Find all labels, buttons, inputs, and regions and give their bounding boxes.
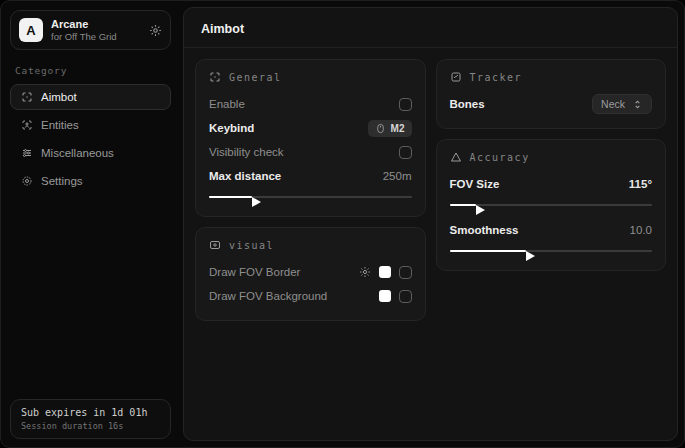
sidebar-item-entities[interactable]: Entities bbox=[10, 112, 171, 138]
max-distance-row: Max distance 250m bbox=[209, 165, 412, 187]
person-scan-icon bbox=[20, 119, 33, 131]
enable-label: Enable bbox=[209, 98, 245, 110]
fov-background-color-swatch[interactable] bbox=[379, 290, 391, 302]
slider-thumb[interactable] bbox=[252, 197, 261, 207]
left-column: General Enable Keybind bbox=[195, 59, 426, 321]
panel-title: General bbox=[229, 72, 282, 83]
draw-fov-background-row: Draw FOV Background bbox=[209, 285, 412, 307]
crosshair-icon bbox=[209, 71, 221, 83]
settings-gear-icon bbox=[20, 175, 33, 187]
draw-fov-border-controls bbox=[359, 266, 412, 279]
tracker-panel-header: Tracker bbox=[450, 71, 653, 83]
sidebar-nav: Aimbot Entities Miscella bbox=[10, 84, 171, 194]
category-label: Category bbox=[15, 65, 171, 76]
sidebar-item-label: Aimbot bbox=[41, 91, 77, 103]
sidebar-item-label: Settings bbox=[41, 175, 83, 187]
mouse-icon bbox=[375, 123, 386, 134]
draw-fov-border-checkbox[interactable] bbox=[399, 266, 412, 279]
bones-label: Bones bbox=[450, 98, 485, 110]
sidebar-item-aimbot[interactable]: Aimbot bbox=[10, 84, 171, 110]
logo-card: A Arcane for Off The Grid bbox=[10, 10, 171, 50]
draw-fov-background-label: Draw FOV Background bbox=[209, 290, 327, 302]
main-header: Aimbot bbox=[184, 8, 677, 48]
slider-fill bbox=[209, 196, 252, 198]
max-distance-slider[interactable] bbox=[209, 191, 412, 203]
general-panel-header: General bbox=[209, 71, 412, 83]
bones-row: Bones Neck bbox=[450, 93, 653, 115]
slider-thumb[interactable] bbox=[526, 251, 535, 261]
smoothness-row: Smoothness 10.0 bbox=[450, 219, 653, 241]
bones-selected-value: Neck bbox=[601, 98, 625, 110]
bone-icon bbox=[450, 71, 462, 83]
enable-checkbox[interactable] bbox=[399, 98, 412, 111]
keybind-button[interactable]: M2 bbox=[368, 120, 412, 137]
main-content: General Enable Keybind bbox=[184, 48, 677, 332]
bones-select[interactable]: Neck bbox=[592, 94, 652, 114]
sidebar-item-label: Miscellaneous bbox=[41, 147, 114, 159]
slider-fill bbox=[450, 204, 476, 206]
panel-title: Tracker bbox=[470, 72, 523, 83]
accuracy-panel: Accuracy FOV Size 115° Smoothness bbox=[436, 139, 667, 271]
eye-icon bbox=[209, 239, 221, 251]
gear-icon[interactable] bbox=[359, 266, 371, 278]
app-window: A Arcane for Off The Grid Category bbox=[0, 0, 685, 448]
max-distance-value: 250m bbox=[383, 170, 412, 182]
visibility-check-checkbox[interactable] bbox=[399, 146, 412, 159]
slider-thumb[interactable] bbox=[476, 205, 485, 215]
main-panel: Aimbot General En bbox=[183, 7, 678, 441]
gear-icon[interactable] bbox=[149, 24, 162, 37]
right-column: Tracker Bones Neck bbox=[436, 59, 667, 271]
app-logo: A bbox=[19, 18, 43, 42]
fov-size-label: FOV Size bbox=[450, 178, 500, 190]
draw-fov-border-label: Draw FOV Border bbox=[209, 266, 300, 278]
crosshair-icon bbox=[20, 91, 33, 103]
sidebar: A Arcane for Off The Grid Category bbox=[1, 1, 179, 447]
visual-panel-header: visual bbox=[209, 239, 412, 251]
logo-text: Arcane for Off The Grid bbox=[51, 18, 141, 42]
general-panel: General Enable Keybind bbox=[195, 59, 426, 217]
sliders-icon bbox=[20, 147, 33, 159]
sidebar-item-label: Entities bbox=[41, 119, 79, 131]
smoothness-label: Smoothness bbox=[450, 224, 519, 236]
app-subtitle: for Off The Grid bbox=[51, 31, 141, 42]
draw-fov-background-checkbox[interactable] bbox=[399, 290, 412, 303]
fov-size-value: 115° bbox=[629, 178, 652, 190]
subscription-card: Sub expires in 1d 01h Session duration 1… bbox=[10, 399, 171, 439]
visual-panel: visual Draw FOV Border bbox=[195, 227, 426, 321]
draw-fov-border-row: Draw FOV Border bbox=[209, 261, 412, 283]
enable-row: Enable bbox=[209, 93, 412, 115]
max-distance-label: Max distance bbox=[209, 170, 281, 182]
draw-fov-background-controls bbox=[379, 290, 412, 303]
fov-size-slider[interactable] bbox=[450, 199, 653, 211]
sub-expiry-text: Sub expires in 1d 01h bbox=[21, 407, 160, 418]
app-title: Arcane bbox=[51, 18, 141, 30]
smoothness-value: 10.0 bbox=[630, 224, 652, 236]
slider-fill bbox=[450, 250, 527, 252]
panel-title: Accuracy bbox=[470, 152, 530, 163]
panel-title: visual bbox=[229, 240, 274, 251]
visibility-check-label: Visibility check bbox=[209, 146, 284, 158]
chevron-up-down-icon bbox=[632, 99, 643, 110]
keybind-row: Keybind M2 bbox=[209, 117, 412, 139]
accuracy-panel-header: Accuracy bbox=[450, 151, 653, 163]
keybind-label: Keybind bbox=[209, 122, 254, 134]
visibility-check-row: Visibility check bbox=[209, 141, 412, 163]
sidebar-item-miscellaneous[interactable]: Miscellaneous bbox=[10, 140, 171, 166]
fov-size-row: FOV Size 115° bbox=[450, 173, 653, 195]
fov-border-color-swatch[interactable] bbox=[379, 266, 391, 278]
angle-icon bbox=[450, 151, 462, 163]
page-title: Aimbot bbox=[201, 22, 244, 36]
tracker-panel: Tracker Bones Neck bbox=[436, 59, 667, 129]
sidebar-item-settings[interactable]: Settings bbox=[10, 168, 171, 194]
session-duration-text: Session duration 16s bbox=[21, 421, 160, 431]
keybind-value: M2 bbox=[391, 123, 405, 134]
smoothness-slider[interactable] bbox=[450, 245, 653, 257]
